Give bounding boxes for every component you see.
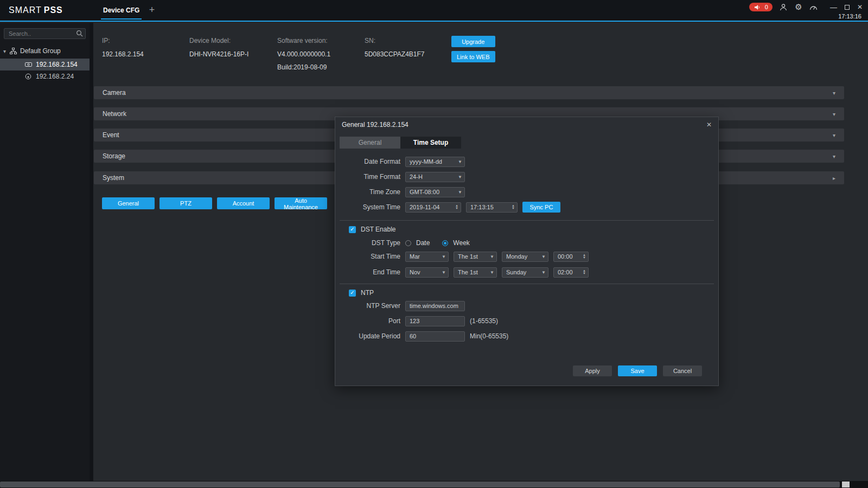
top-bar: SMARTPSS Device CFG + 0 ⚙ — ✕ 17:13:16 xyxy=(0,0,868,22)
gear-icon[interactable]: ⚙ xyxy=(794,3,803,11)
software-version-block: Software version: V4.000.0000000.1 Build… xyxy=(277,37,330,76)
chevron-down-icon: ▼ xyxy=(458,190,462,195)
system-auto-maintenance-button[interactable]: Auto Maintenance xyxy=(275,197,327,209)
chevron-down-icon: ▾ xyxy=(833,90,835,96)
collapse-caret-icon[interactable]: ▾ xyxy=(3,48,6,54)
software-label: Software version: xyxy=(277,37,330,44)
end-month-value: Nov xyxy=(410,269,439,275)
user-icon[interactable] xyxy=(779,3,788,11)
time-zone-row: Time Zone GMT-08:00 ▼ xyxy=(335,187,465,197)
start-clock-spinner[interactable]: 00:00 ▲▼ xyxy=(553,252,589,262)
ntp-enable-row: ✓ NTP xyxy=(349,287,374,298)
dome-camera-icon xyxy=(24,72,33,81)
divider xyxy=(340,220,714,221)
system-ptz-button[interactable]: PTZ xyxy=(159,197,212,209)
ntp-server-input[interactable] xyxy=(405,301,465,311)
horizontal-scrollbar[interactable] xyxy=(0,481,868,488)
start-time-label: Start Time xyxy=(335,253,400,260)
chevron-down-icon: ▾ xyxy=(833,153,835,159)
tab-general[interactable]: General xyxy=(340,137,400,149)
dst-type-date-radio[interactable] xyxy=(405,240,411,246)
date-format-select[interactable]: yyyy-MM-dd ▼ xyxy=(405,157,465,167)
end-day-value: Sunday xyxy=(506,269,539,275)
spinner-arrows-icon[interactable]: ▲▼ xyxy=(583,254,586,259)
device-item-24[interactable]: 192.168.2.24 xyxy=(0,70,90,82)
group-icon xyxy=(9,47,17,55)
ntp-checkbox[interactable]: ✓ xyxy=(349,290,356,297)
start-day-value: Monday xyxy=(506,253,539,260)
start-month-select[interactable]: Mar ▼ xyxy=(405,252,449,262)
alarm-badge[interactable]: 0 xyxy=(749,3,773,11)
time-format-select[interactable]: 24-H ▼ xyxy=(405,172,465,182)
system-date-spinner[interactable]: 2019-11-04 ▲▼ xyxy=(405,202,461,213)
device-tree: ▾ Default Group 192.168.2.154 192.168.2.… xyxy=(0,43,90,82)
close-icon[interactable]: ✕ xyxy=(706,121,712,129)
search-icon[interactable] xyxy=(76,30,83,38)
spinner-arrows-icon[interactable]: ▲▼ xyxy=(512,204,515,210)
port-row: Port (1-65535) xyxy=(335,316,498,326)
sync-pc-button[interactable]: Sync PC xyxy=(522,202,560,213)
cancel-button[interactable]: Cancel xyxy=(663,365,702,376)
divider xyxy=(340,284,714,284)
chevron-down-icon: ▼ xyxy=(442,270,446,275)
update-period-input[interactable] xyxy=(405,331,465,342)
time-format-row: Time Format 24-H ▼ xyxy=(335,171,465,182)
search-input[interactable] xyxy=(4,28,86,39)
chevron-down-icon: ▼ xyxy=(458,159,462,164)
section-label: Network xyxy=(103,110,126,118)
device-item-154[interactable]: 192.168.2.154 xyxy=(0,59,90,70)
ntp-server-label: NTP Server xyxy=(335,302,400,310)
scrollbar-thumb[interactable] xyxy=(0,481,840,487)
alarm-count: 0 xyxy=(765,4,768,10)
nvr-camera-icon xyxy=(24,60,33,69)
dst-type-week-label: Week xyxy=(453,239,469,247)
time-zone-label: Time Zone xyxy=(335,188,400,196)
start-day-select[interactable]: Monday ▼ xyxy=(502,252,548,262)
model-value: DHI-NVR4216-16P-I xyxy=(189,50,248,58)
device-model-block: Device Model: DHI-NVR4216-16P-I xyxy=(189,37,248,63)
spinner-arrows-icon[interactable]: ▲▼ xyxy=(455,204,458,210)
system-time-spinner[interactable]: 17:13:15 ▲▼ xyxy=(466,202,518,213)
sidebar: ▾ Default Group 192.168.2.154 192.168.2.… xyxy=(0,23,90,481)
tree-group-default[interactable]: ▾ Default Group xyxy=(0,43,90,59)
start-week-select[interactable]: The 1st ▼ xyxy=(454,252,497,262)
end-month-select[interactable]: Nov ▼ xyxy=(405,267,449,278)
end-week-select[interactable]: The 1st ▼ xyxy=(454,267,497,278)
section-label: System xyxy=(103,174,124,182)
dialog-tabs: General Time Setup xyxy=(340,137,461,149)
gauge-icon[interactable] xyxy=(809,3,818,11)
start-week-value: The 1st xyxy=(458,253,488,260)
system-account-button[interactable]: Account xyxy=(217,197,270,209)
upgrade-button[interactable]: Upgrade xyxy=(451,36,495,47)
tab-time-setup[interactable]: Time Setup xyxy=(400,137,461,149)
apply-button[interactable]: Apply xyxy=(573,365,612,376)
chevron-down-icon: ▾ xyxy=(833,132,835,138)
link-to-web-button[interactable]: Link to WEB xyxy=(451,51,495,62)
start-time-row: Start Time Mar ▼ The 1st ▼ Monday ▼ 00:0… xyxy=(335,251,589,262)
system-general-button[interactable]: General xyxy=(102,197,155,209)
end-clock-spinner[interactable]: 02:00 ▲▼ xyxy=(553,267,589,278)
restore-button[interactable] xyxy=(845,5,850,10)
ip-label: IP: xyxy=(102,37,144,44)
chevron-down-icon: ▼ xyxy=(541,270,546,275)
save-button[interactable]: Save xyxy=(618,365,657,376)
time-zone-select[interactable]: GMT-08:00 ▼ xyxy=(405,187,465,197)
general-settings-dialog: General 192.168.2.154 ✕ General Time Set… xyxy=(335,117,719,386)
tab-device-cfg[interactable]: Device CFG xyxy=(101,0,142,21)
device-label: 192.168.2.24 xyxy=(36,73,74,80)
dst-type-week-radio[interactable] xyxy=(442,240,448,246)
add-tab-button[interactable]: + xyxy=(146,4,157,16)
port-input[interactable] xyxy=(405,316,465,326)
dialog-title: General 192.168.2.154 xyxy=(342,121,409,129)
chevron-down-icon: ▼ xyxy=(541,254,546,259)
start-clock-value: 00:00 xyxy=(558,253,580,260)
start-month-value: Mar xyxy=(410,253,439,260)
section-camera[interactable]: Camera ▾ xyxy=(94,86,844,99)
dst-enable-row: ✓ DST Enable xyxy=(349,224,395,235)
dst-enable-checkbox[interactable]: ✓ xyxy=(349,226,356,233)
end-day-select[interactable]: Sunday ▼ xyxy=(502,267,548,278)
section-label: Event xyxy=(103,131,119,139)
spinner-arrows-icon[interactable]: ▲▼ xyxy=(583,269,586,275)
minimize-button[interactable]: — xyxy=(830,3,837,11)
close-window-button[interactable]: ✕ xyxy=(857,3,863,11)
